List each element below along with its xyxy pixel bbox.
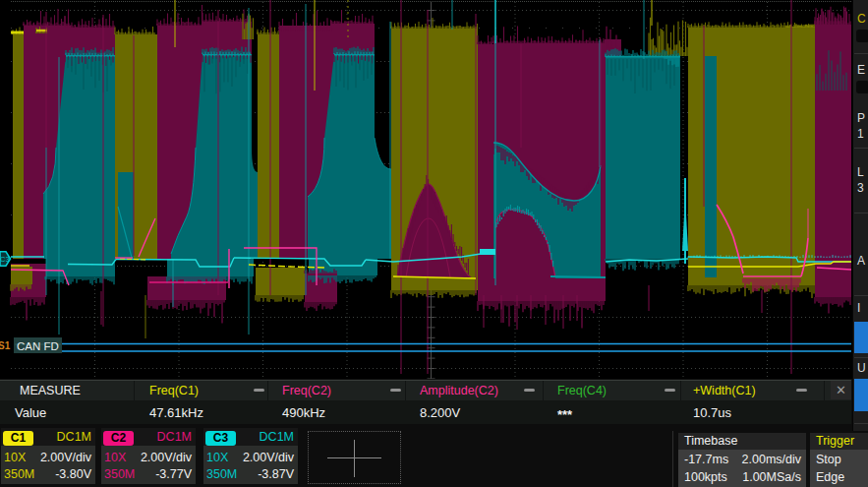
svg-text:S1: S1 (0, 340, 11, 351)
svg-text:C3: C3 (0, 255, 10, 264)
svg-text:CAN FD: CAN FD (17, 340, 59, 352)
